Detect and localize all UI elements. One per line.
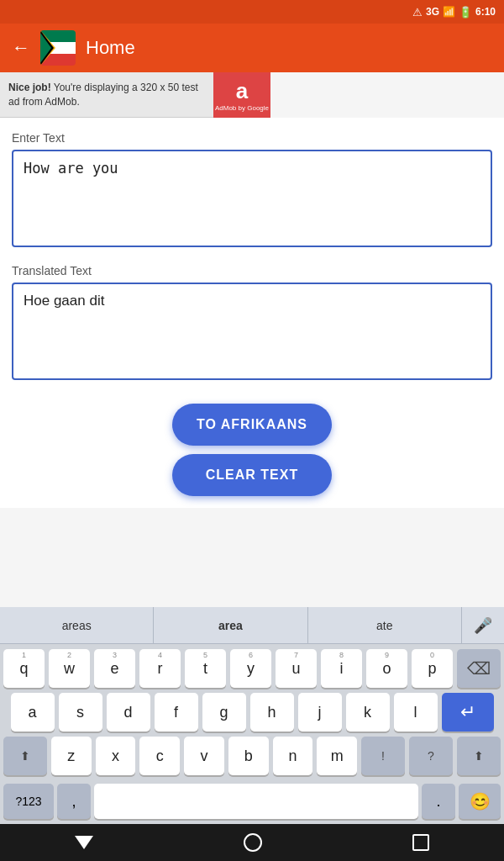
home-circle-icon [244,833,262,852]
num-sym-key[interactable]: ?123 [3,784,54,819]
battery-icon: 🔋 [459,6,472,18]
keyboard: areas area ate 🎤 1q 2w 3e 4r 5t 6y 7u 8i… [0,607,504,824]
ad-bold: Nice job! [8,82,51,93]
key-row-1: 1q 2w 3e 4r 5t 6y 7u 8i 9o 0p ⌫ [3,649,501,688]
alert-icon: ⚠ [412,6,423,18]
nav-recent-button[interactable] [412,834,429,851]
shift-right-key[interactable]: ⬆ [457,737,501,775]
action-buttons: TO AFRIKAANS CLEAR TEXT [0,404,504,508]
keyboard-suggestions: areas area ate 🎤 [0,607,504,644]
key-d[interactable]: d [107,693,150,732]
key-z[interactable]: z [51,737,92,775]
key-b[interactable]: b [228,737,269,775]
shift-left-key[interactable]: ⬆ [3,737,47,775]
network-label: 3G [426,6,439,18]
key-x[interactable]: x [96,737,136,775]
text-input[interactable] [12,150,492,247]
key-r[interactable]: 4r [139,649,181,688]
nav-title: Home [86,37,135,59]
key-o[interactable]: 9o [366,649,407,688]
space-key[interactable] [94,784,418,819]
admob-letter: a [236,78,248,104]
key-k[interactable]: k [346,693,390,732]
key-t[interactable]: 5t [185,649,226,688]
admob-tagline: AdMob by Google [215,104,269,112]
key-row-3: ⬆ z x c v b n m ! ? ⬆ [3,737,501,775]
key-e[interactable]: 3e [94,649,135,688]
period-key[interactable]: . [422,784,455,819]
nav-back-button[interactable] [75,836,93,849]
main-content: Enter Text Translated Text Hoe gaan dit [0,118,504,404]
emoji-key[interactable]: 😊 [459,784,501,819]
suggestion-ate[interactable]: ate [308,607,462,643]
key-i[interactable]: 8i [321,649,362,688]
status-icons: ⚠ 3G 📶 🔋 6:10 [412,6,496,18]
comma-key[interactable]: , [57,784,91,819]
key-j[interactable]: j [298,693,342,732]
enter-key[interactable]: ↵ [442,693,494,732]
recent-square-icon [412,834,429,851]
key-v[interactable]: v [184,737,224,775]
key-w[interactable]: 2w [49,649,90,688]
translated-output: Hoe gaan dit [12,283,492,380]
key-u[interactable]: 7u [276,649,317,688]
status-bar: ⚠ 3G 📶 🔋 6:10 [0,0,504,24]
bottom-nav [0,824,504,861]
suggestion-area[interactable]: area [154,607,307,643]
key-y[interactable]: 6y [230,649,271,688]
key-p[interactable]: 0p [412,649,453,688]
flag-icon [40,30,76,66]
translated-text-label: Translated Text [12,264,492,277]
back-button[interactable]: ← [12,37,30,59]
key-n[interactable]: n [273,737,313,775]
ad-text: Nice job! You're displaying a 320 x 50 t… [0,76,213,114]
key-f[interactable]: f [155,693,198,732]
enter-text-label: Enter Text [12,131,492,145]
key-l[interactable]: l [394,693,438,732]
clear-button[interactable]: CLEAR TEXT [172,454,332,496]
key-c[interactable]: c [139,737,180,775]
key-q[interactable]: 1q [3,649,45,688]
translate-button[interactable]: TO AFRIKAANS [172,404,332,446]
nav-home-button[interactable] [244,833,262,852]
keyboard-keys: 1q 2w 3e 4r 5t 6y 7u 8i 9o 0p ⌫ a s d f … [0,644,504,784]
back-triangle-icon [75,836,93,849]
mic-icon[interactable]: 🎤 [462,616,504,635]
key-h[interactable]: h [250,693,294,732]
ad-logo: a AdMob by Google [213,72,270,118]
keyboard-bottom: ?123 , . 😊 [0,784,504,824]
time-label: 6:10 [475,6,496,18]
nav-bar: ← Home [0,24,504,72]
key-g[interactable]: g [202,693,246,732]
suggestion-areas[interactable]: areas [0,607,154,643]
key-m[interactable]: m [317,737,357,775]
ad-banner: Nice job! You're displaying a 320 x 50 t… [0,72,270,118]
key-s[interactable]: s [59,693,102,732]
delete-key[interactable]: ⌫ [457,649,501,688]
key-exclaim[interactable]: ! [361,737,405,775]
key-question[interactable]: ? [409,737,453,775]
key-a[interactable]: a [11,693,55,732]
key-row-2: a s d f g h j k l ↵ [3,693,501,732]
signal-icon: 📶 [443,6,455,18]
